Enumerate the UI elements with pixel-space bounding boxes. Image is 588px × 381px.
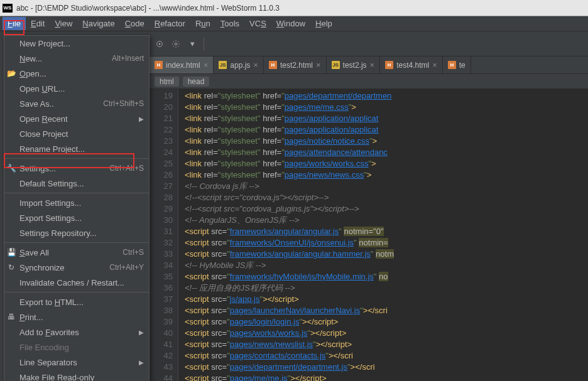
breadcrumb-head[interactable]: head [183,77,210,87]
tab-label: te [459,61,466,70]
js-file-icon: JS [332,61,340,69]
js-file-icon: JS [219,61,227,69]
menu-file[interactable]: File [3,17,26,30]
line-number: 30 [150,215,173,226]
line-number: 21 [150,113,173,124]
menu-vcs[interactable]: VCS [244,17,271,30]
menu-item-save-as[interactable]: Save As..Ctrl+Shift+S [4,96,149,111]
menu-tools[interactable]: Tools [215,17,244,30]
menu-item-label: Open... [19,69,144,78]
tab-test2-html[interactable]: Htest2.html× [264,56,327,73]
menu-item-rename-project[interactable]: Rename Project... [4,141,149,156]
editor-area: ▾ Hindex.html×JSapp.js×Htest2.html×JStes… [150,31,588,381]
line-number: 43 [150,362,173,373]
line-number: 36 [150,282,173,294]
settings-icon[interactable] [171,39,181,49]
menu-item-open-recent[interactable]: Open Recent▶ [4,111,149,126]
menu-code[interactable]: Code [120,17,150,30]
menu-item-new[interactable]: New...Alt+Insert [4,51,149,66]
menu-window[interactable]: Window [271,17,310,30]
menu-item-line-separators[interactable]: Line Separators▶ [4,355,149,370]
menu-item-label: Export Settings... [19,213,144,223]
line-number: 44 [150,373,173,381]
menu-navigate[interactable]: Navigate [77,17,119,30]
line-number: 42 [150,350,173,362]
toolbar-separator [204,38,204,50]
menu-item-label: Close Project [19,129,144,139]
collapse-icon[interactable]: ▾ [187,39,197,49]
menu-item-label: Save As.. [19,99,103,109]
menu-item-settings[interactable]: 🔧Settings...Ctrl+Alt+S [4,161,149,176]
menu-item-import-settings[interactable]: Import Settings... [4,195,149,210]
line-number: 38 [150,305,173,316]
menu-item-label: Settings... [19,164,109,173]
menu-item-add-to-favorites[interactable]: Add to Favorites▶ [4,325,149,340]
tab-app-js[interactable]: JSapp.js× [214,56,264,73]
line-number: 31 [150,226,173,237]
html-file-icon: H [155,61,163,69]
line-number: 28 [150,192,173,203]
code-line: <!-- 应用自身的JS程序代码 --> [185,282,588,294]
close-icon[interactable]: × [253,60,258,70]
tab-index-html[interactable]: Hindex.html× [150,56,214,73]
menu-item-label: Save All [19,248,122,257]
close-icon[interactable]: × [204,60,209,70]
shortcut-label: Ctrl+S [122,248,144,257]
menu-item-open[interactable]: 📂Open... [4,66,149,81]
submenu-arrow-icon: ▶ [139,329,144,336]
menu-separator [4,158,149,159]
close-icon[interactable]: × [316,60,321,70]
menu-item-export-settings[interactable]: Export Settings... [4,210,149,225]
close-icon[interactable]: × [370,60,375,70]
shortcut-label: Ctrl+Alt+Y [109,263,144,272]
line-number: 27 [150,181,173,192]
line-number: 23 [150,136,173,147]
code-editor[interactable]: 1920212223242526272829303132333435363738… [150,89,588,381]
menu-item-default-settings[interactable]: Default Settings... [4,176,149,191]
target-icon[interactable] [155,39,165,49]
menu-item-new-project[interactable]: New Project... [4,36,149,51]
code-line: <link rel="stylesheet" href="pages/appli… [185,124,588,136]
line-number: 35 [150,271,173,282]
code-line: <script src="pages/department/department… [185,362,588,373]
menu-view[interactable]: View [50,17,77,30]
disk-icon: 💾 [7,248,16,257]
code-line: <script src="pages/me/me.js"></script> [185,373,588,381]
editor-toolbar: ▾ [150,31,588,56]
wrench-icon: 🔧 [7,164,16,173]
line-number: 32 [150,237,173,249]
menu-item-export-to-html[interactable]: Export to HTML... [4,294,149,309]
tab-test2-js[interactable]: JStest2.js× [327,56,381,73]
line-number: 29 [150,203,173,215]
line-number: 37 [150,294,173,305]
menu-help[interactable]: Help [310,17,337,30]
menu-item-save-all[interactable]: 💾Save AllCtrl+S [4,245,149,260]
line-number: 19 [150,90,173,102]
html-file-icon: H [448,61,456,69]
menu-item-settings-repository[interactable]: Settings Repository... [4,225,149,240]
code-content[interactable]: <link rel="stylesheet" href="pages/depar… [178,89,588,381]
code-line: <script src="frameworks/OnsenUI/js/onsen… [185,237,588,249]
tab-test4-html[interactable]: Htest4.html× [380,56,443,73]
menu-item-make-file-read-only[interactable]: Make File Read-only [4,370,149,381]
menu-item-invalidate-caches-restart[interactable]: Invalidate Caches / Restart... [4,275,149,290]
shortcut-label: Ctrl+Alt+S [109,164,144,173]
menu-run[interactable]: Run [190,17,215,30]
shortcut-label: Alt+Insert [112,54,144,63]
menu-item-open-url[interactable]: Open URL... [4,81,149,96]
tab-te[interactable]: Hte [443,56,471,73]
breadcrumb-html[interactable]: html [155,77,179,87]
line-number: 24 [150,147,173,158]
menu-item-close-project[interactable]: Close Project [4,126,149,141]
menu-item-label: Line Separators [19,358,139,367]
menu-item-synchronize[interactable]: ↻SynchronizeCtrl+Alt+Y [4,260,149,275]
menu-refactor[interactable]: Refactor [150,17,190,30]
close-icon[interactable]: × [432,60,437,70]
menu-edit[interactable]: Edit [26,17,50,30]
code-line: <!-- HyMobile JS库 --> [185,260,588,271]
code-line: <script src="pages/news/newslist.js"></s… [185,339,588,350]
tab-label: index.html [166,61,200,70]
editor-tabs: Hindex.html×JSapp.js×Htest2.html×JStest2… [150,56,588,74]
menu-item-print[interactable]: 🖶Print... [4,309,149,325]
code-line: <!--<script src="cordova.js"></script>--… [185,192,588,203]
